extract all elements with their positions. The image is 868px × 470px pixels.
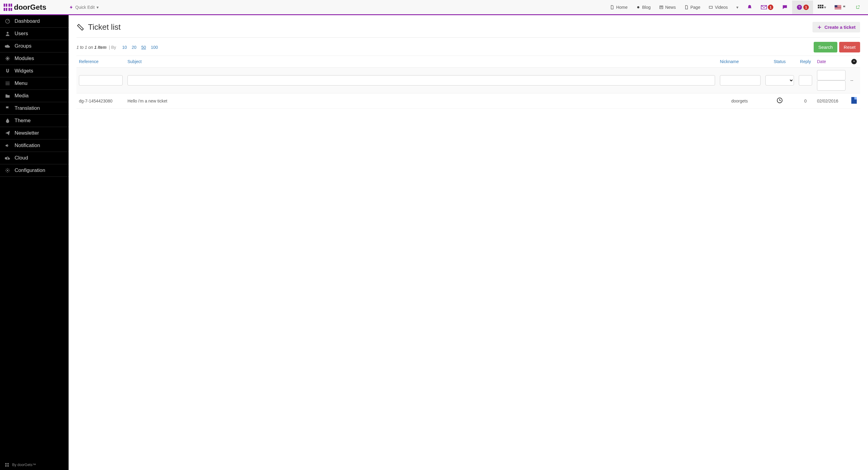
- cloud-icon: [5, 43, 10, 49]
- sort-indicator[interactable]: [851, 59, 857, 64]
- drop-icon: [5, 118, 10, 124]
- help-icon: ?: [796, 4, 802, 10]
- pager-prefix: 1 to 1 on: [76, 45, 94, 50]
- create-ticket-label: Create a ticket: [824, 25, 856, 30]
- side-media[interactable]: Media: [0, 90, 69, 102]
- video-icon: [709, 5, 713, 9]
- sidebar-footer[interactable]: By doorGets™: [0, 460, 69, 470]
- filter-reply-input[interactable]: [799, 75, 812, 86]
- view-ticket-icon[interactable]: [851, 97, 857, 104]
- side-dashboard[interactable]: Dashboard: [0, 15, 69, 28]
- pager-opt-20[interactable]: 20: [132, 45, 136, 50]
- caret-down-icon: ▾: [824, 5, 826, 10]
- reset-button[interactable]: Reset: [839, 42, 860, 53]
- brand-name: doorGets: [14, 3, 46, 11]
- pager-opt-100[interactable]: 100: [151, 45, 158, 50]
- th-nickname[interactable]: Nickname: [720, 59, 739, 64]
- cell-reference: dg-7-1454423080: [76, 93, 125, 108]
- dot-icon: [636, 5, 640, 9]
- filter-subject-input[interactable]: [127, 75, 715, 86]
- th-reference[interactable]: Reference: [79, 59, 99, 64]
- svg-rect-28: [7, 465, 9, 467]
- nav-more-chevron[interactable]: ▾: [732, 1, 743, 14]
- gear-icon: [5, 168, 10, 173]
- pager-opt-50[interactable]: 50: [141, 45, 146, 50]
- folder-open-icon: [5, 93, 10, 99]
- svg-rect-16: [818, 5, 819, 6]
- chat-button[interactable]: [778, 1, 792, 14]
- svg-rect-1: [6, 4, 7, 7]
- external-link-icon: [855, 5, 860, 10]
- th-status[interactable]: Status: [774, 59, 786, 64]
- side-notification[interactable]: Notification: [0, 139, 69, 152]
- user-icon: [5, 31, 10, 36]
- filter-date-to-input[interactable]: [817, 80, 845, 91]
- th-reply[interactable]: Reply: [800, 59, 811, 64]
- language-picker[interactable]: [830, 2, 851, 13]
- help-button[interactable]: ? 1: [792, 1, 813, 14]
- filter-date-from-input[interactable]: [817, 70, 845, 80]
- filter-status-select[interactable]: [766, 75, 794, 86]
- svg-text:?: ?: [799, 5, 801, 9]
- svg-rect-12: [709, 6, 713, 8]
- side-cloud[interactable]: Cloud: [0, 152, 69, 164]
- side-newsletter[interactable]: Newsletter: [0, 127, 69, 139]
- side-modules[interactable]: Modules: [0, 53, 69, 65]
- main-content: Ticket list Create a ticket 1 to 1 on 1 …: [69, 15, 868, 470]
- nav-label: Videos: [715, 5, 728, 10]
- th-date[interactable]: Date: [817, 59, 826, 64]
- page-header: Ticket list Create a ticket: [76, 18, 860, 38]
- svg-rect-19: [818, 7, 819, 8]
- side-configuration[interactable]: Configuration: [0, 164, 69, 177]
- svg-rect-25: [5, 463, 7, 465]
- caret-down-icon: ▾: [96, 5, 99, 10]
- grid-icon: [817, 4, 824, 10]
- side-label: Cloud: [14, 155, 28, 161]
- brand[interactable]: doorGets: [2, 3, 66, 11]
- side-users[interactable]: Users: [0, 28, 69, 40]
- brand-icon: [4, 4, 12, 11]
- cell-subject: Hello i'm a new ticket: [125, 93, 717, 108]
- th-subject[interactable]: Subject: [127, 59, 142, 64]
- envelope-icon: [761, 5, 767, 9]
- clock-icon: [776, 97, 783, 104]
- search-button[interactable]: Search: [814, 42, 837, 53]
- nav-videos[interactable]: Videos: [705, 1, 732, 14]
- app-switcher[interactable]: ▾: [813, 1, 830, 14]
- svg-point-8: [637, 6, 639, 8]
- pager-count: 1 Item: [94, 45, 106, 50]
- svg-rect-26: [7, 463, 9, 465]
- quick-edit-dropdown[interactable]: Quick Edit ▾: [66, 2, 102, 12]
- create-ticket-button[interactable]: Create a ticket: [812, 22, 860, 32]
- side-label: Widgets: [14, 68, 33, 74]
- nav-page[interactable]: Page: [680, 1, 705, 14]
- messages-button[interactable]: 1: [756, 1, 778, 14]
- flag-icon: [842, 5, 847, 9]
- open-external[interactable]: [851, 1, 864, 13]
- flag-icon: [5, 105, 10, 111]
- table-row[interactable]: dg-7-1454423080 Hello i'm a new ticket d…: [76, 93, 860, 108]
- plus-icon: [817, 25, 822, 30]
- filter-row: --: [76, 68, 860, 93]
- filter-nickname-input[interactable]: [720, 75, 761, 86]
- side-menu[interactable]: Menu: [0, 77, 69, 90]
- chat-icon: [782, 5, 788, 10]
- flag-us-icon: [835, 5, 841, 9]
- svg-rect-0: [4, 4, 5, 7]
- filter-reference-input[interactable]: [79, 75, 123, 86]
- nav-news[interactable]: News: [655, 1, 680, 14]
- side-label: Menu: [14, 80, 28, 87]
- nav-home[interactable]: Home: [606, 1, 631, 14]
- ticket-icon: [76, 23, 84, 31]
- svg-rect-20: [820, 7, 821, 8]
- side-theme[interactable]: Theme: [0, 114, 69, 127]
- side-groups[interactable]: Groups: [0, 40, 69, 53]
- nav-blog[interactable]: Blog: [632, 1, 655, 14]
- side-widgets[interactable]: Widgets: [0, 65, 69, 77]
- side-translation[interactable]: Translation: [0, 102, 69, 114]
- side-label: Media: [14, 93, 29, 99]
- svg-rect-18: [822, 5, 824, 6]
- pager-opt-10[interactable]: 10: [122, 45, 127, 50]
- nav-label: Home: [616, 5, 627, 10]
- notifications-bell[interactable]: [743, 1, 756, 14]
